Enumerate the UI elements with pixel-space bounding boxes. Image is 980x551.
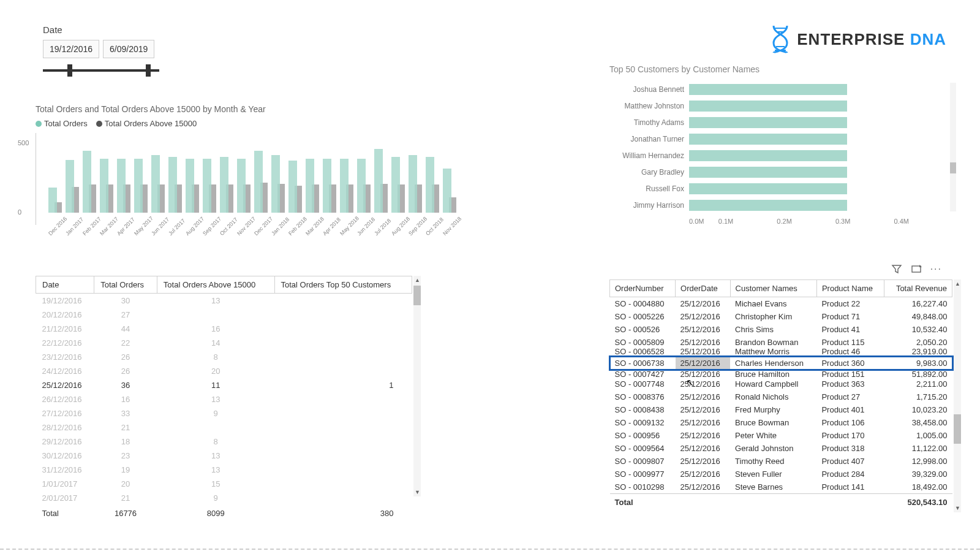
hbar-row[interactable]: Jimmy Harrison [609, 197, 952, 213]
date-end-input[interactable]: 6/09/2019 [103, 40, 154, 58]
table-row[interactable]: SO - 000580925/12/2016Brandon BowmanProd… [610, 336, 952, 349]
table-row[interactable]: SO - 000522625/12/2016Christopher KimPro… [610, 310, 952, 323]
table-row[interactable]: 2/01/2017219 [36, 491, 412, 505]
bar-group[interactable] [424, 157, 440, 213]
column-header[interactable]: Total Orders Top 50 Customers [274, 276, 412, 294]
table-row[interactable]: 31/12/20161913 [36, 463, 412, 477]
table-row[interactable]: 19/12/20163013 [36, 294, 412, 308]
hbar-row[interactable]: Gary Bradley [609, 164, 952, 180]
table-scrollbar[interactable]: ▲ ▼ [954, 279, 961, 512]
table-row[interactable]: SO - 000742725/12/2016Bruce HamiltonProd… [610, 370, 952, 378]
scroll-thumb[interactable] [413, 286, 421, 305]
slider-handle-end[interactable] [146, 64, 151, 77]
bar-group[interactable] [339, 159, 355, 213]
column-header[interactable]: Total Revenue [884, 280, 952, 297]
bar-group[interactable] [64, 160, 80, 213]
bar-group[interactable] [99, 159, 115, 213]
column-header[interactable]: Total Orders [94, 276, 157, 294]
table-row[interactable]: SO - 000673825/12/2016Charles HendersonP… [610, 357, 952, 370]
table-row[interactable]: SO - 00095625/12/2016Peter WhiteProduct … [610, 429, 952, 442]
bar-group[interactable] [202, 159, 217, 213]
table-row[interactable]: SO - 000652825/12/2016Matthew MorrisProd… [610, 349, 952, 357]
table-row[interactable]: SO - 000488025/12/2016Michael EvansProdu… [610, 297, 952, 311]
bar-group[interactable] [236, 159, 252, 213]
x-tick: May 2017 [133, 221, 148, 237]
column-chart[interactable]: Total Orders and Total Orders Above 1500… [36, 104, 556, 225]
x-tick: Jan 2018 [270, 221, 285, 237]
table-scrollbar[interactable]: ▲ ▼ [413, 276, 421, 496]
column-header[interactable]: Date [36, 276, 94, 294]
bar-group[interactable] [442, 169, 458, 213]
table-row[interactable]: 25/12/201636111 [36, 378, 412, 392]
bar-group[interactable] [304, 159, 320, 213]
table-row[interactable]: SO - 00052625/12/2016Chris SimsProduct 4… [610, 323, 952, 336]
bar-group[interactable] [219, 157, 235, 213]
table-row[interactable]: SO - 001029825/12/2016Steve BarnesProduc… [610, 481, 952, 494]
column-header[interactable]: Total Orders Above 15000 [157, 276, 274, 294]
table-row[interactable]: 27/12/2016339 [36, 406, 412, 420]
table-row[interactable]: SO - 000837625/12/2016Ronald NicholsProd… [610, 390, 952, 403]
order-details-table[interactable]: OrderNumberOrderDateCustomer NamesProduc… [609, 279, 952, 511]
bar-group[interactable] [133, 159, 149, 213]
hbar-row[interactable]: Matthew Johnston [609, 98, 952, 113]
table-row[interactable]: 22/12/20162214 [36, 336, 412, 350]
date-slider[interactable] [43, 64, 159, 77]
table-row[interactable]: 1/01/20172015 [36, 477, 412, 491]
column-header[interactable]: OrderNumber [610, 280, 676, 297]
column-header[interactable]: Customer Names [730, 280, 816, 297]
table-row[interactable]: 29/12/2016188 [36, 435, 412, 449]
customers-bar-chart[interactable]: Top 50 Customers by Customer Names Joshu… [609, 64, 952, 225]
bar-group[interactable] [373, 149, 389, 213]
table-row[interactable]: SO - 000956425/12/2016Gerald JohnstonPro… [610, 442, 952, 455]
table-row[interactable]: 26/12/20161613 [36, 392, 412, 406]
chart-scrollbar[interactable] [950, 83, 956, 211]
bar-group[interactable] [184, 159, 200, 213]
table-row[interactable]: 21/12/20164416 [36, 322, 412, 336]
table-row[interactable]: 23/12/2016268 [36, 350, 412, 364]
hbar-row[interactable]: Joshua Bennett [609, 82, 952, 97]
scroll-down-icon[interactable]: ▼ [955, 505, 960, 511]
column-header[interactable]: OrderDate [676, 280, 731, 297]
table-row[interactable]: SO - 000913225/12/2016Bruce BowmanProduc… [610, 416, 952, 429]
table-row[interactable]: SO - 000774825/12/2016Howard CampbellPro… [610, 378, 952, 390]
bar-group[interactable] [356, 159, 372, 213]
scroll-up-icon[interactable]: ▲ [415, 277, 420, 283]
column-chart-legend: Total Orders Total Orders Above 15000 [36, 119, 556, 128]
bar-group[interactable] [287, 161, 303, 213]
scroll-thumb[interactable] [954, 414, 961, 444]
scroll-down-icon[interactable]: ▼ [415, 489, 420, 495]
x-tick: Jan 2017 [64, 221, 80, 237]
bar-group[interactable] [407, 155, 423, 213]
hbar-row[interactable]: Timothy Adams [609, 115, 952, 130]
hbar-row[interactable]: William Hernandez [609, 148, 952, 163]
column-header[interactable]: Product Name [816, 280, 884, 297]
hbar-row[interactable]: Russell Fox [609, 181, 952, 196]
bar-group[interactable] [253, 151, 269, 213]
table-row[interactable]: SO - 000843825/12/2016Fred MurphyProduct… [610, 403, 952, 416]
orders-by-date-table[interactable]: DateTotal OrdersTotal Orders Above 15000… [36, 276, 412, 496]
bar-group[interactable] [270, 155, 286, 213]
cursor-icon: ↖ [686, 377, 694, 389]
table-row[interactable]: SO - 000997725/12/2016Steven FullerProdu… [610, 468, 952, 481]
bar-group[interactable] [322, 159, 337, 213]
date-start-input[interactable]: 19/12/2016 [43, 40, 99, 58]
focus-mode-icon[interactable] [911, 264, 922, 275]
bar-group[interactable] [47, 188, 63, 213]
bar-group[interactable] [150, 155, 166, 213]
bar-group[interactable] [390, 157, 406, 213]
table-row[interactable]: 28/12/201621 [36, 420, 412, 435]
scroll-thumb[interactable] [950, 162, 956, 173]
table-row[interactable]: 30/12/20162313 [36, 449, 412, 463]
x-tick: Jun 2018 [356, 221, 371, 237]
hbar-row[interactable]: Jonathan Turner [609, 131, 952, 146]
table-row[interactable]: 20/12/201627 [36, 308, 412, 322]
table-row[interactable]: SO - 000980725/12/2016Timothy ReedProduc… [610, 455, 952, 468]
slider-handle-start[interactable] [67, 64, 72, 77]
scroll-up-icon[interactable]: ▲ [955, 281, 960, 287]
filter-icon[interactable] [891, 264, 902, 275]
more-options-icon[interactable]: ··· [930, 264, 942, 275]
bar-group[interactable] [81, 151, 97, 213]
bar-group[interactable] [167, 157, 183, 213]
table-row[interactable]: 24/12/20162620 [36, 364, 412, 378]
bar-group[interactable] [116, 159, 132, 213]
